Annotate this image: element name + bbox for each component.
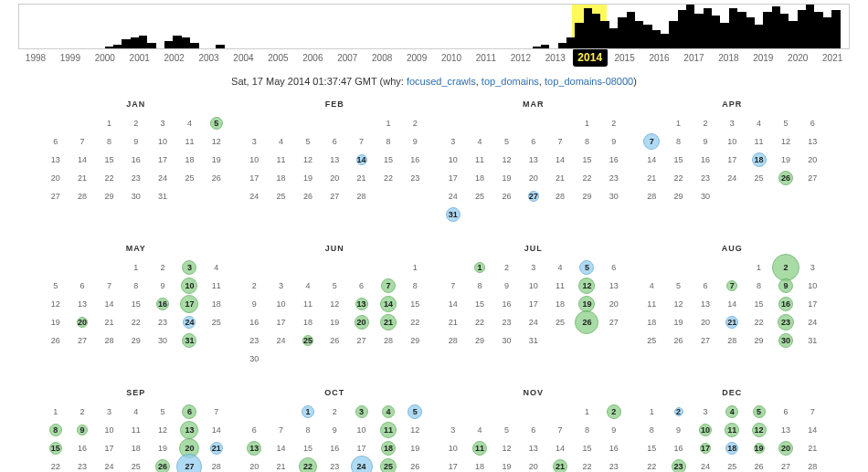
year-label[interactable]: 2019 [746,49,780,67]
day-cell[interactable]: 25 [375,457,401,472]
why-link[interactable]: focused_crawls [407,76,476,87]
year-label[interactable]: 2017 [677,49,712,67]
day-cell[interactable]: 1 [294,403,321,421]
day-cell[interactable]: 9 [69,421,95,439]
day-cell[interactable]: 13 [348,295,375,313]
day-cell[interactable]: 16 [772,295,799,313]
year-label[interactable]: 2014 [573,48,608,67]
day-cell[interactable]: 12 [574,277,600,295]
day-cell[interactable]: 31 [176,331,203,350]
day-cell[interactable]: 5 [402,403,429,421]
day-cell[interactable]: 24 [348,457,375,472]
day-cell[interactable]: 17 [176,295,203,313]
year-label[interactable]: 2000 [88,49,122,67]
day-cell[interactable]: 21 [546,457,573,472]
day-cell[interactable]: 4 [719,403,746,421]
day-cell[interactable]: 13 [176,421,203,439]
day-cell[interactable]: 7 [639,132,665,151]
day-cell: 21 [96,313,122,331]
year-label[interactable]: 2016 [642,49,677,67]
year-label[interactable]: 2002 [157,49,192,67]
day-cell[interactable]: 1 [466,258,492,277]
day-cell[interactable]: 18 [375,439,401,457]
day-cell[interactable]: 11 [719,421,746,439]
day-cell[interactable]: 14 [375,295,401,313]
day-cell[interactable]: 5 [574,258,600,277]
year-label[interactable]: 2003 [192,49,227,67]
year-label[interactable]: 2008 [365,49,399,67]
day-cell[interactable]: 4 [375,403,401,421]
day-cell[interactable]: 16 [149,295,175,313]
day-cell[interactable]: 20 [69,313,95,331]
day-cell[interactable]: 21 [375,313,401,331]
year-timeline[interactable] [18,4,850,49]
why-link[interactable]: top_domains [482,76,539,87]
year-label[interactable]: 2006 [295,49,330,67]
year-label[interactable]: 2010 [434,49,469,67]
day-cell[interactable]: 3 [176,258,203,277]
year-label[interactable]: 2013 [538,49,573,67]
day-cell[interactable]: 25 [294,331,321,350]
year-label[interactable]: 2011 [469,49,503,67]
day-cell: 3 [799,258,826,277]
day-cell[interactable]: 2 [600,403,627,421]
day-cell[interactable]: 18 [746,151,772,169]
day-cell[interactable]: 21 [719,313,746,331]
year-label[interactable]: 2020 [780,49,815,67]
day-cell[interactable]: 2 [772,258,799,277]
day-cell[interactable]: 2 [665,403,692,421]
day-number: 20 [78,318,87,327]
day-cell[interactable]: 10 [692,421,718,439]
day-cell[interactable]: 30 [772,331,799,350]
day-cell[interactable]: 24 [176,313,203,331]
day-cell[interactable]: 22 [294,457,321,472]
day-cell[interactable]: 5 [746,403,772,421]
day-cell[interactable]: 21 [203,439,229,457]
year-label[interactable]: 2021 [815,49,850,67]
day-cell[interactable]: 31 [439,205,466,224]
day-cell[interactable]: 8 [42,421,69,439]
day-cell[interactable]: 9 [772,277,799,295]
day-number: 23 [78,462,87,471]
day-cell[interactable]: 6 [176,403,203,421]
day-cell[interactable]: 23 [665,457,692,472]
day-cell[interactable]: 20 [772,439,799,457]
day-cell: 28 [639,187,665,205]
day-cell: 23 [402,169,429,187]
day-cell[interactable]: 27 [176,457,203,472]
day-cell[interactable]: 26 [772,169,799,187]
year-label[interactable]: 2012 [503,49,538,67]
day-cell[interactable]: 26 [574,313,600,331]
day-cell[interactable]: 17 [692,439,718,457]
day-cell: 28 [799,457,826,472]
day-cell[interactable]: 3 [348,403,375,421]
year-label[interactable]: 2004 [227,49,261,67]
day-cell[interactable]: 19 [746,439,772,457]
day-cell[interactable]: 27 [520,187,546,205]
year-label[interactable]: 2005 [260,49,295,67]
day-cell[interactable]: 11 [466,439,492,457]
year-label[interactable]: 1999 [53,49,88,67]
why-link[interactable]: top_domains-08000 [545,76,633,87]
day-cell[interactable]: 13 [241,439,268,457]
day-cell[interactable]: 10 [176,277,203,295]
day-cell[interactable]: 12 [746,421,772,439]
day-cell[interactable]: 20 [348,313,375,331]
day-cell[interactable]: 23 [772,313,799,331]
year-label[interactable]: 2018 [711,49,746,67]
day-cell[interactable]: 11 [375,421,401,439]
day-cell[interactable]: 14 [348,151,375,169]
day-cell[interactable]: 5 [203,114,229,132]
year-label[interactable]: 2009 [399,49,434,67]
year-label[interactable]: 2001 [122,49,157,67]
year-label[interactable]: 1998 [18,49,53,67]
day-cell[interactable]: 15 [42,439,69,457]
day-cell: 12 [42,295,69,313]
day-cell[interactable]: 7 [719,277,746,295]
day-cell[interactable]: 7 [375,277,401,295]
day-cell[interactable]: 18 [719,439,746,457]
year-label[interactable]: 2015 [608,49,642,67]
year-label[interactable]: 2007 [330,49,365,67]
day-cell[interactable]: 26 [149,457,175,472]
day-empty [294,258,321,277]
